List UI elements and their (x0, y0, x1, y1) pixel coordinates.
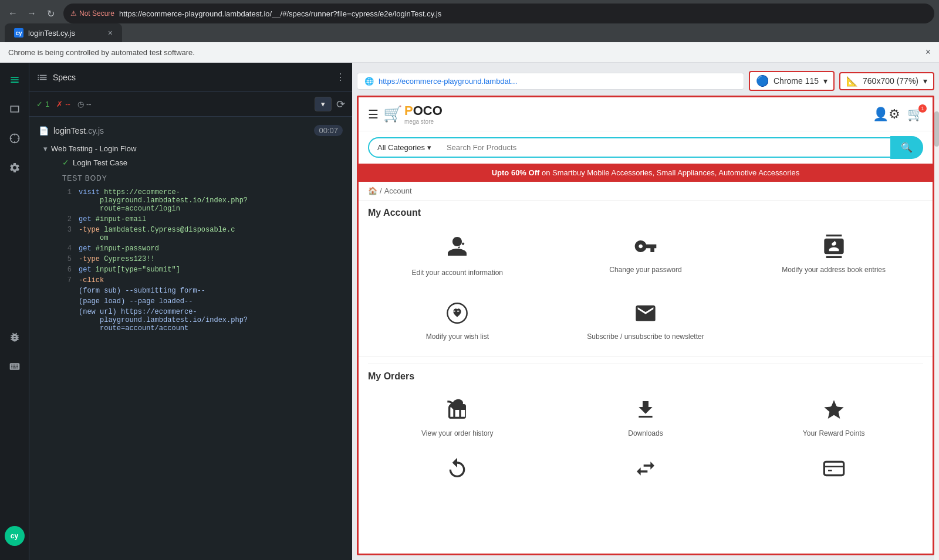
logo-brand-name: POCO (404, 103, 443, 118)
hamburger-menu-icon[interactable]: ☰ (368, 107, 379, 121)
suite-label[interactable]: ▾ Web Testing - Login Flow (43, 142, 338, 155)
banner-close-button[interactable]: × (926, 47, 931, 57)
website-frame: ☰ 🛒 POCO mega store (357, 96, 934, 555)
newsletter-icon (634, 301, 657, 327)
cypress-logo-button[interactable]: cy (5, 526, 25, 546)
tab-favicon: cy (14, 28, 23, 38)
returns-icon (445, 457, 469, 483)
close-tab-button[interactable]: × (108, 28, 113, 38)
promo-banner: Upto 60% Off on Smartbuy Mobile Accessor… (359, 164, 933, 182)
resolution-badge[interactable]: 📐 760x700 (77%) ▾ (839, 72, 934, 90)
sidebar-crosshair-icon[interactable] (5, 128, 25, 148)
more-options-icon: ⋮ (336, 72, 345, 83)
order-item-returns[interactable] (368, 450, 547, 490)
account-item-wishlist[interactable]: Modify your wish list (368, 294, 547, 349)
logo-image[interactable]: 🛒 POCO mega store (383, 103, 443, 125)
test-body: TEST BODY 1 visit https://ecommerce- pla… (43, 169, 338, 338)
test-case-row[interactable]: ✓ Login Test Case (43, 155, 338, 169)
order-item-transactions[interactable] (556, 450, 735, 490)
search-bar: All Categories ▾ 🔍 (359, 131, 933, 164)
check-icon: ✓ (36, 100, 43, 108)
order-item-history[interactable]: View your order history (368, 391, 547, 446)
orders-items-grid: View your order history Downloads (368, 391, 923, 446)
reload-button[interactable]: ↻ (42, 5, 59, 22)
not-secure-label: Not Secure (79, 9, 114, 18)
back-button[interactable]: ← (5, 5, 21, 22)
chrome-label: Chrome 115 (774, 76, 819, 86)
loading-icon: ◷ (77, 100, 84, 108)
fail-status: ✗ -- (56, 100, 70, 108)
chrome-dropdown-icon: ▾ (823, 76, 827, 86)
order-history-label: View your order history (421, 429, 494, 439)
code-line-4: 4 get #input-password (62, 243, 319, 254)
sidebar-keyboard-icon[interactable] (5, 357, 25, 376)
cypress-sidebar: cy (0, 63, 29, 560)
test-name: Login Test Case (73, 158, 127, 167)
downloads-icon (634, 398, 657, 424)
test-tree: 📄 loginTest.cy.js 00:07 ▾ Web Testing - … (29, 117, 352, 560)
tab-title: loginTest.cy.js (28, 29, 75, 38)
sidebar-browser-icon[interactable] (5, 99, 25, 119)
frame-toolbar: 🌐 https://ecommerce-playground.lambdat..… (357, 67, 934, 96)
frame-address-bar[interactable]: 🌐 https://ecommerce-playground.lambdat..… (357, 73, 744, 90)
collapse-icon: ▾ (43, 144, 48, 153)
pass-count: 1 (45, 100, 49, 108)
code-line-2: 2 get #input-email (62, 214, 319, 225)
x-icon: ✗ (56, 100, 63, 108)
edit-account-label: Edit your account information (412, 268, 503, 278)
account-item-newsletter[interactable]: Subscribe / unsubscribe to newsletter (556, 294, 735, 349)
svg-rect-1 (636, 319, 655, 321)
wishlist-label: Modify your wish list (426, 332, 489, 342)
security-indicator: ⚠ Not Secure (70, 9, 114, 18)
sidebar-specs-icon[interactable] (5, 70, 25, 90)
newsletter-label: Subscribe / unsubscribe to newsletter (587, 332, 704, 342)
warning-icon: ⚠ (70, 9, 77, 18)
breadcrumb-home-icon[interactable]: 🏠 (368, 186, 377, 195)
cart-icon[interactable]: 🛒 1 (907, 107, 923, 122)
code-line-3: 3 -type lambdatest.Cypress@disposable.c … (62, 225, 319, 243)
edit-account-icon (445, 235, 469, 263)
sidebar-bug-icon[interactable] (5, 327, 25, 347)
order-item-downloads[interactable]: Downloads (556, 391, 735, 446)
cart-logo-icon: 🛒 (383, 105, 402, 123)
body-label: TEST BODY (53, 172, 329, 185)
search-button[interactable]: 🔍 (890, 136, 923, 159)
sidebar-settings-icon[interactable] (5, 158, 25, 178)
cart-badge: 1 (918, 104, 927, 113)
chrome-browser-badge[interactable]: 🔵 Chrome 115 ▾ (749, 71, 835, 91)
promo-details: on Smartbuy Mobile Accessories, Small Ap… (542, 168, 799, 177)
cypress-toolbar: ✓ 1 ✗ -- ◷ -- ▾ ⟳ (29, 92, 352, 117)
vouchers-icon (822, 457, 846, 483)
test-file-row[interactable]: 📄 loginTest.cy.js 00:07 (29, 121, 352, 140)
code-line-new-url: (new url) https://ecommerce- playground.… (62, 307, 319, 334)
search-input[interactable] (440, 137, 890, 158)
account-item-edit[interactable]: Edit your account information (368, 228, 547, 285)
site-logo-area: ☰ 🛒 POCO mega store (368, 103, 443, 125)
test-status-bar: ✓ 1 ✗ -- ◷ -- (36, 100, 92, 108)
code-line-5: 5 -type Cypress123!! (62, 254, 319, 264)
logo-text-area: POCO mega store (404, 103, 443, 125)
code-line-7: 7 -click (62, 275, 319, 286)
globe-icon: 🌐 (364, 77, 374, 86)
divider (368, 364, 923, 364)
file-time: 00:07 (314, 125, 343, 136)
order-item-rewards[interactable]: Your Reward Points (744, 391, 923, 446)
promo-discount: Upto 60% Off (492, 168, 540, 177)
automation-banner: Chrome is being controlled by automated … (0, 42, 939, 63)
account-icon[interactable]: 👤⚙ (873, 107, 900, 122)
active-tab[interactable]: cy loginTest.cy.js × (5, 23, 122, 42)
my-account-title: My Account (368, 208, 923, 218)
forward-button[interactable]: → (23, 5, 40, 22)
dropdown-button[interactable]: ▾ (315, 97, 332, 111)
category-dropdown-icon: ▾ (427, 143, 431, 152)
refresh-button[interactable]: ⟳ (336, 98, 345, 111)
account-item-password[interactable]: Change your password (556, 228, 735, 285)
category-dropdown[interactable]: All Categories ▾ (368, 137, 440, 158)
address-bar[interactable]: ⚠ Not Secure https://ecommerce-playgroun… (63, 4, 934, 23)
resolution-label: 760x700 (77%) (863, 76, 918, 86)
code-line-6: 6 get input[type="submit"] (62, 264, 319, 275)
browser-nav: ← → ↻ (5, 5, 59, 22)
account-item-address[interactable]: Modify your address book entries (744, 228, 923, 285)
code-line-form-sub: (form sub) --submitting form-- (62, 286, 319, 296)
order-item-vouchers[interactable] (744, 450, 923, 490)
